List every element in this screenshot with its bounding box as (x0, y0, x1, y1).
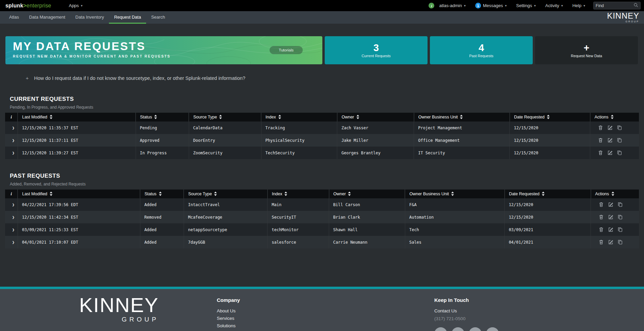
apps-menu[interactable]: Apps ▾ (64, 0, 87, 11)
link-about-us[interactable]: About Us (217, 308, 240, 313)
link-solutions[interactable]: Solutions (217, 323, 240, 328)
tab-request-data[interactable]: Request Data (109, 11, 146, 24)
sort-icon[interactable] (612, 192, 615, 196)
col-source-type[interactable]: Source Type (189, 113, 261, 122)
tab-data-management[interactable]: Data Management (24, 11, 70, 24)
splunk-logo[interactable]: splunk>enterprise (5, 3, 51, 9)
row-actions (594, 134, 639, 147)
col-last-modified[interactable]: Last Modified (18, 113, 136, 122)
info-icon[interactable]: i (429, 3, 434, 8)
copy-icon[interactable] (617, 227, 623, 233)
activity-menu[interactable]: Activity ▾ (540, 0, 568, 11)
twitter-icon[interactable] (469, 327, 482, 331)
edit-icon[interactable] (608, 202, 614, 207)
tab-search[interactable]: Search (146, 11, 170, 24)
search-icon[interactable] (634, 3, 638, 9)
expand-row-icon[interactable]: ❯ (5, 134, 18, 147)
col-date-requested[interactable]: Date Requested (505, 190, 591, 198)
splunk-logo-word: splunk (5, 3, 23, 8)
expand-row-icon[interactable]: ❯ (5, 122, 18, 134)
edit-icon[interactable] (608, 239, 614, 245)
cell-index: PhysicalSecurity (261, 134, 337, 147)
delete-icon[interactable] (598, 137, 603, 143)
tutorials-button[interactable]: Tutorials (270, 46, 303, 54)
activity-menu-label: Activity (545, 3, 559, 8)
copy-icon[interactable] (617, 214, 623, 220)
sort-icon[interactable] (547, 115, 550, 119)
sort-icon[interactable] (284, 192, 288, 196)
settings-menu[interactable]: Settings ▾ (511, 0, 540, 11)
facebook-icon[interactable]: f (434, 327, 447, 331)
youtube-icon[interactable]: You (486, 327, 499, 331)
edit-icon[interactable] (607, 150, 613, 156)
sort-icon[interactable] (451, 192, 454, 196)
edit-icon[interactable] (607, 137, 613, 143)
delete-icon[interactable] (598, 150, 603, 156)
col-owner[interactable]: Owner (337, 113, 414, 122)
past-requests-subtitle: Added, Removed, and Rejected Requests (10, 182, 644, 186)
current-requests-section: CURRENT REQUESTS Pending, In Progress, a… (0, 96, 644, 159)
copy-icon[interactable] (617, 137, 622, 143)
col-actions[interactable]: Actions (591, 190, 639, 198)
col-last-modified[interactable]: Last Modified (18, 190, 140, 198)
col-status[interactable]: Status (136, 113, 189, 122)
kinney-logo-name: KINNEY (607, 12, 639, 20)
cell-source-type: IntacctTravel (184, 198, 267, 211)
expand-row-icon[interactable]: ❯ (5, 198, 18, 211)
faq-expander[interactable]: + How do I request data if I do not know… (26, 75, 644, 81)
col-owner-business-unit[interactable]: Owner Business Unit (414, 113, 510, 122)
sort-icon[interactable] (214, 192, 217, 196)
delete-icon[interactable] (598, 202, 604, 207)
sort-icon[interactable] (460, 115, 463, 119)
edit-icon[interactable] (607, 125, 613, 131)
sort-icon[interactable] (348, 192, 351, 196)
expand-row-icon[interactable]: ❯ (5, 236, 18, 248)
sort-icon[interactable] (278, 115, 281, 119)
col-index[interactable]: Index (268, 190, 329, 198)
messages-menu[interactable]: 1 Messages ▾ (470, 0, 511, 11)
tab-atlas[interactable]: Atlas (4, 11, 24, 24)
cell-index: techMonitor (268, 223, 329, 236)
edit-icon[interactable] (608, 214, 614, 220)
request-new-data-button[interactable]: + Request New Data (535, 36, 638, 64)
copy-icon[interactable] (617, 150, 622, 156)
user-menu[interactable]: atlas-admin ▾ (434, 0, 470, 11)
sort-icon[interactable] (219, 115, 222, 119)
splunk-logo-product: enterprise (26, 3, 51, 8)
delete-icon[interactable] (598, 214, 604, 220)
link-contact-us[interactable]: Contact Us (434, 308, 469, 313)
linkedin-icon[interactable]: in (452, 327, 464, 331)
delete-icon[interactable] (598, 125, 603, 131)
copy-icon[interactable] (617, 202, 623, 207)
tab-data-inventory[interactable]: Data Inventory (70, 11, 109, 24)
copy-icon[interactable] (617, 125, 622, 131)
col-source-type[interactable]: Source Type (184, 190, 267, 198)
expand-row-icon[interactable]: ❯ (5, 223, 18, 236)
col-actions[interactable]: Actions (590, 113, 639, 122)
find-search-input[interactable] (596, 3, 634, 8)
sort-icon[interactable] (154, 115, 157, 119)
col-owner-business-unit[interactable]: Owner Business Unit (405, 190, 504, 198)
delete-icon[interactable] (598, 239, 604, 245)
sort-icon[interactable] (542, 192, 545, 196)
col-date-requested[interactable]: Date Requested (510, 113, 590, 122)
expand-row-icon[interactable]: ❯ (5, 211, 18, 223)
delete-icon[interactable] (598, 227, 604, 233)
sort-icon[interactable] (356, 115, 360, 119)
sort-icon[interactable] (50, 115, 53, 119)
col-owner[interactable]: Owner (329, 190, 405, 198)
sort-icon[interactable] (611, 115, 614, 119)
cell-owner-business-unit: Tech (405, 223, 504, 236)
copy-icon[interactable] (617, 239, 623, 245)
phone-number: (317) 721-0500 (434, 316, 469, 321)
col-index[interactable]: Index (261, 113, 337, 122)
edit-icon[interactable] (608, 227, 614, 233)
sort-icon[interactable] (50, 192, 53, 196)
col-status[interactable]: Status (140, 190, 184, 198)
link-services[interactable]: Services (217, 316, 240, 321)
sort-icon[interactable] (159, 192, 162, 196)
caret-down-icon: ▾ (81, 4, 83, 7)
expand-row-icon[interactable]: ❯ (5, 147, 18, 159)
footer-company-column: Company About Us Services Solutions Mark… (217, 297, 240, 331)
help-menu[interactable]: Help ▾ (568, 0, 590, 11)
